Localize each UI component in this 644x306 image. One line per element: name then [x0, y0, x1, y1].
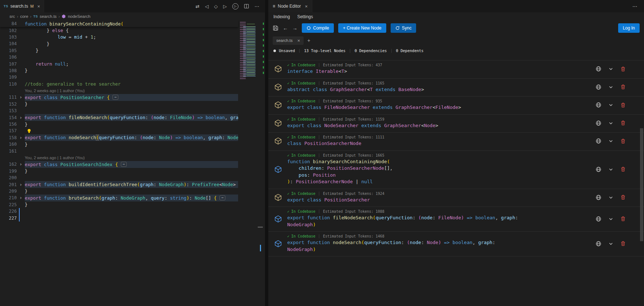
code-line-158[interactable]: 158›export function nodeSearch(queryFunc… [0, 134, 238, 141]
fold-chevron-icon[interactable]: › [17, 195, 25, 200]
code-line-110[interactable]: 110//todo: generalize to tree searcher [0, 81, 238, 87]
trash-icon[interactable] [620, 102, 626, 108]
tab-node-editor[interactable]: ≡ Node Editor × [268, 0, 312, 12]
globe-icon[interactable] [596, 66, 601, 72]
forward-arrow-icon[interactable]: → [292, 25, 297, 31]
code-line-103[interactable]: 103 low = mid + 1; [0, 34, 238, 40]
node-card[interactable]: ✓In Codebase Estimated Input Tokens: 116… [268, 79, 644, 97]
trash-icon[interactable] [620, 84, 626, 90]
chevron-down-icon[interactable] [608, 102, 613, 107]
breadcrumb-symbol[interactable]: nodeSearch [68, 14, 90, 19]
chevron-down-icon[interactable] [608, 85, 613, 90]
code-line-199[interactable]: 199} [0, 168, 238, 174]
globe-icon[interactable] [596, 241, 601, 247]
globe-icon[interactable] [596, 138, 601, 144]
breadcrumb-core[interactable]: core [20, 14, 28, 19]
node-card[interactable]: ✓In Codebase Estimated Input Tokens: 935… [268, 97, 644, 115]
change-marker-icon[interactable]: ◇ [214, 4, 218, 9]
code-line-226[interactable]: 226 [0, 208, 238, 215]
code-line-225[interactable]: 225} [0, 201, 238, 208]
fold-chevron-icon[interactable]: › [17, 95, 25, 100]
code-area[interactable]: 84function binarySearchContainingNode(10… [0, 20, 265, 306]
trash-icon[interactable] [620, 195, 626, 200]
menu-item-indexing[interactable]: Indexing [273, 14, 290, 19]
code-line-105[interactable]: 105 } [0, 47, 238, 54]
previous-change-icon[interactable]: ◁ [205, 4, 209, 9]
code-line-200[interactable]: 200 [0, 174, 238, 181]
file-tab-search-ts[interactable]: search.ts × [273, 36, 304, 45]
code-line-109[interactable]: 109 [0, 74, 238, 81]
breadcrumb-file[interactable]: search.ts [40, 14, 57, 19]
chevron-down-icon[interactable] [608, 167, 613, 172]
node-card[interactable]: ✓In Codebase Estimated Input Tokens: 108… [268, 207, 644, 232]
code-line-102[interactable]: 102 } else { [0, 27, 238, 34]
code-line-153[interactable]: 153 [0, 107, 238, 114]
save-icon[interactable] [273, 25, 278, 31]
chevron-down-icon[interactable] [608, 195, 613, 200]
code-line-162[interactable]: 162›export class PositionSearchIndex {⋯ [0, 161, 238, 168]
node-card[interactable]: ✓In Codebase Estimated Input Tokens: 437… [268, 60, 644, 79]
trash-icon[interactable] [620, 241, 626, 246]
sync-button[interactable]: Sync [391, 23, 416, 33]
scrollbar-thumb[interactable] [640, 128, 643, 241]
node-card[interactable]: ✓In Codebase Estimated Input Tokens: 146… [268, 232, 644, 256]
node-card[interactable]: ✓In Codebase Estimated Input Tokens: 192… [268, 189, 644, 207]
login-button[interactable]: Log In [618, 23, 640, 33]
trash-icon[interactable] [620, 66, 626, 72]
globe-icon[interactable] [596, 84, 601, 90]
fold-chevron-icon[interactable]: › [17, 115, 25, 120]
blame-annotation[interactable]: You, 2 weeks ago | 1 author (You) [0, 154, 238, 161]
tab-search-ts[interactable]: TS search.ts M × [0, 0, 44, 12]
pane-divider[interactable] [265, 0, 268, 306]
code-line-227[interactable]: 227 [0, 215, 238, 221]
node-card[interactable]: ✓In Codebase Estimated Input Tokens: 166… [268, 151, 644, 189]
chevron-down-icon[interactable] [608, 138, 613, 144]
fold-chevron-icon[interactable]: › [17, 162, 25, 167]
close-icon[interactable]: × [305, 4, 308, 9]
more-actions-icon[interactable]: ⋯ [254, 4, 259, 9]
split-editor-icon[interactable] [244, 4, 249, 9]
fold-chevron-icon[interactable]: › [17, 135, 25, 140]
compile-button[interactable]: Compile [302, 23, 334, 33]
code-line-161[interactable]: 161 [0, 148, 238, 154]
new-tab-icon[interactable]: + [307, 38, 310, 43]
trash-icon[interactable] [620, 138, 626, 144]
scrollbar-handle[interactable] [258, 227, 263, 228]
globe-icon[interactable] [596, 216, 601, 222]
trash-icon[interactable] [620, 216, 626, 221]
code-line-154[interactable]: 154›export function fileNodeSearch(query… [0, 114, 238, 121]
breadcrumb-src[interactable]: src [9, 14, 15, 19]
blame-annotation[interactable]: You, 2 weeks ago | 1 author (You) [0, 87, 238, 94]
code-line-160[interactable]: 160} [0, 141, 238, 148]
code-line-104[interactable]: 104 } [0, 40, 238, 47]
globe-icon[interactable] [596, 102, 601, 108]
compare-changes-icon[interactable]: ⇄ [195, 4, 199, 9]
next-change-icon[interactable]: ▷ [223, 4, 227, 9]
code-line-201[interactable]: 201›export function buildIdentifierSearc… [0, 181, 238, 188]
close-icon[interactable]: × [297, 38, 300, 43]
node-card[interactable]: ✓In Codebase Estimated Input Tokens: 115… [268, 115, 644, 133]
trash-icon[interactable] [620, 120, 626, 126]
trash-icon[interactable] [620, 166, 626, 172]
code-line-108[interactable]: 108} [0, 67, 238, 74]
folded-code-ellipsis[interactable]: ⋯ [121, 162, 127, 167]
fold-chevron-icon[interactable]: › [17, 182, 25, 187]
more-actions-icon[interactable]: ⋯ [632, 3, 644, 9]
code-line-156[interactable]: 156} [0, 121, 238, 128]
minimap[interactable] [238, 20, 265, 306]
globe-icon[interactable] [596, 120, 601, 126]
node-card[interactable]: ✓In Codebase Estimated Input Tokens: 111… [268, 133, 644, 151]
code-line-152[interactable]: 152} [0, 101, 238, 107]
close-icon[interactable]: × [37, 4, 40, 9]
code-line-111[interactable]: 111›export class PositionSearcher {⋯ [0, 94, 238, 101]
folded-code-ellipsis[interactable]: ⋯ [220, 195, 225, 200]
code-line-107[interactable]: 107 return null; [0, 60, 238, 67]
chevron-down-icon[interactable] [608, 66, 613, 71]
chevron-down-icon[interactable] [608, 216, 613, 221]
globe-icon[interactable] [596, 166, 601, 172]
chevron-down-icon[interactable] [608, 241, 613, 246]
globe-icon[interactable] [596, 195, 601, 200]
menu-item-settings[interactable]: Settings [297, 14, 313, 19]
run-icon[interactable]: ▷ [232, 3, 238, 9]
code-line-84[interactable]: 84function binarySearchContainingNode( [0, 20, 238, 27]
